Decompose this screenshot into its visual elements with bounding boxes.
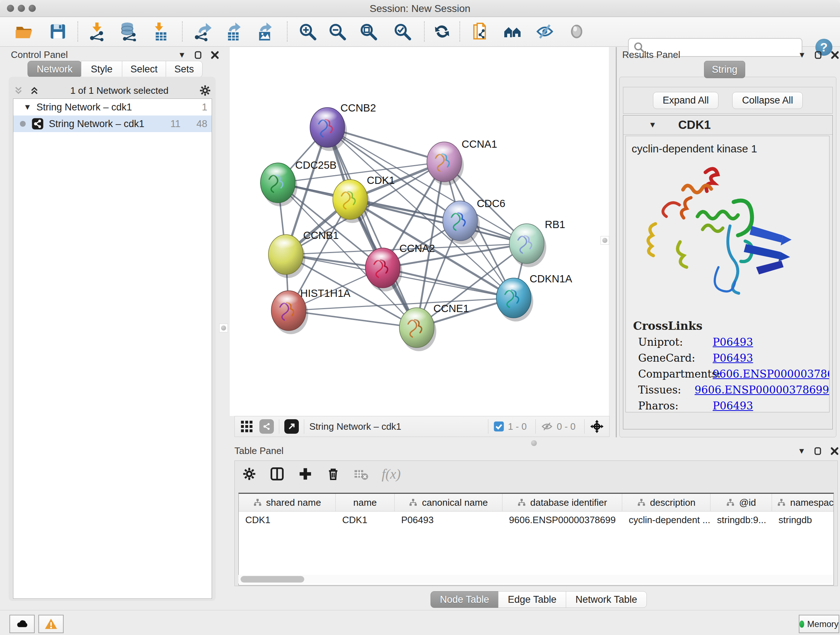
tab-sets[interactable]: Sets: [166, 61, 202, 78]
table-cell[interactable]: CDK1: [336, 515, 395, 526]
show-columns-icon[interactable]: [270, 466, 285, 481]
expand-all-button[interactable]: Expand All: [653, 92, 719, 109]
network-collection-row[interactable]: ▼ String Network – cdk1 1: [13, 99, 212, 116]
delete-column-icon[interactable]: [326, 467, 340, 481]
table-panel-title: Table Panel: [234, 445, 284, 456]
export-table-button[interactable]: [222, 20, 245, 43]
collection-label: String Network – cdk1: [36, 102, 202, 113]
zoom-selected-button[interactable]: [391, 20, 414, 43]
tab-network[interactable]: Network: [27, 61, 82, 78]
expand-all-chevron-icon[interactable]: [29, 85, 40, 96]
right-splitter[interactable]: [616, 47, 617, 437]
table-cell[interactable]: cyclin-dependent ...: [622, 515, 711, 526]
crosslink-tissues-link[interactable]: 9606.ENSP00000378699: [695, 384, 829, 396]
crosslink-uniprot-link[interactable]: P06493: [713, 336, 753, 348]
save-session-button[interactable]: [46, 20, 69, 43]
table-toolbar: f(x): [242, 466, 401, 482]
column-header-canonical-name[interactable]: canonical name: [395, 494, 502, 511]
network-node-CCNE1[interactable]: [399, 308, 436, 351]
network-node-CCNB2[interactable]: [310, 108, 347, 151]
collection-disclosure-icon[interactable]: ▼: [24, 103, 32, 111]
table-cell[interactable]: P06493: [395, 515, 502, 526]
crosslink-pharos-link[interactable]: P06493: [713, 400, 753, 412]
table-cell[interactable]: 9606.ENSP00000378699: [502, 515, 622, 526]
network-node-CCNA1[interactable]: [427, 142, 464, 185]
show-graphics-details-button[interactable]: [565, 20, 588, 43]
cloud-status-button[interactable]: [9, 615, 35, 633]
import-table-icon: [151, 22, 171, 41]
table-horizontal-scrollbar[interactable]: [238, 575, 833, 584]
network-node-RB1[interactable]: [509, 224, 546, 267]
gene-section-header[interactable]: ▼ CDK1: [623, 116, 832, 135]
float-panel-icon[interactable]: [813, 447, 822, 455]
tab-style[interactable]: Style: [81, 61, 122, 78]
tab-string[interactable]: String: [704, 61, 745, 78]
panel-menu-icon[interactable]: ▼: [798, 447, 806, 455]
panel-menu-icon[interactable]: ▼: [798, 51, 806, 59]
warnings-button[interactable]: [38, 615, 64, 633]
network-node-CDK1[interactable]: [333, 180, 370, 223]
collapse-all-button[interactable]: Collapse All: [732, 92, 803, 109]
zoom-fit-button[interactable]: [357, 20, 380, 43]
open-session-button[interactable]: [12, 20, 35, 43]
tab-select[interactable]: Select: [122, 61, 166, 78]
zoom-out-button[interactable]: [325, 20, 349, 43]
pan-crosshair-icon[interactable]: [590, 419, 604, 434]
close-panel-icon[interactable]: [830, 447, 839, 455]
float-panel-icon[interactable]: [194, 51, 202, 59]
export-image-button[interactable]: [253, 20, 276, 43]
grid-view-icon[interactable]: [240, 420, 254, 433]
column-header-namespace[interactable]: namespace: [772, 494, 834, 511]
import-table-button[interactable]: [149, 20, 172, 43]
panel-menu-icon[interactable]: ▼: [178, 51, 186, 59]
import-network-button[interactable]: [85, 20, 109, 43]
column-header-database-identifier[interactable]: database identifier: [502, 494, 622, 511]
import-from-database-button[interactable]: [117, 20, 140, 43]
float-panel-icon[interactable]: [814, 51, 823, 59]
column-header-name[interactable]: name: [336, 494, 395, 511]
toolbar-divider: [182, 21, 183, 42]
close-panel-icon[interactable]: [210, 51, 219, 59]
scrollbar-thumb[interactable]: [240, 576, 304, 583]
add-column-icon[interactable]: [298, 466, 313, 481]
close-panel-icon[interactable]: [831, 51, 839, 59]
table-cell[interactable]: stringdb:9...: [711, 515, 772, 526]
table-cell[interactable]: CDK1: [239, 515, 336, 526]
application-window: Session: New Session: [0, 0, 840, 635]
collapse-all-chevron-icon[interactable]: [13, 85, 24, 96]
table-panel-window-controls: ▼: [798, 447, 839, 455]
clone-network-button[interactable]: [469, 20, 492, 43]
memory-button[interactable]: Memory: [799, 615, 839, 633]
node-label-CCNA1: CCNA1: [462, 138, 497, 150]
crosslink-genecard-link[interactable]: P06493: [713, 352, 753, 364]
network-share-view-icon[interactable]: [259, 419, 274, 434]
column-header-shared-name[interactable]: shared name: [239, 494, 336, 511]
network-node-CDC25B[interactable]: [261, 163, 297, 206]
tab-edge-table[interactable]: Edge Table: [498, 591, 566, 608]
refresh-view-button[interactable]: [431, 20, 454, 43]
column-header-description[interactable]: description: [622, 494, 711, 511]
network-row[interactable]: String Network – cdk1 11 48: [13, 116, 212, 132]
export-network-button[interactable]: [191, 20, 214, 43]
tab-node-table[interactable]: Node Table: [431, 591, 499, 608]
selected-checkbox-icon[interactable]: [493, 421, 504, 432]
tab-network-table[interactable]: Network Table: [566, 591, 647, 608]
string-home-button[interactable]: [501, 20, 524, 43]
table-cell[interactable]: stringdb: [772, 515, 834, 526]
crosslink-compartments-link[interactable]: 9606.ENSP00000378699: [713, 368, 829, 380]
gear-icon[interactable]: [199, 84, 211, 97]
network-node-CDKN1A[interactable]: [496, 278, 533, 321]
refresh-icon: [433, 22, 452, 41]
column-header--id[interactable]: @id: [711, 494, 772, 511]
network-canvas[interactable]: CCNB2CCNA1CDC25BCDK1CDC6RB1CCNB1CCNA2CDK…: [230, 47, 609, 416]
table-gear-icon[interactable]: [242, 467, 256, 481]
hide-graphics-details-button[interactable]: [533, 20, 556, 43]
gene-disclosure-icon[interactable]: ▼: [649, 121, 657, 129]
network-node-CCNA2[interactable]: [365, 248, 402, 291]
network-edge-CCNA2-CDKN1A[interactable]: [383, 268, 514, 298]
detach-view-icon[interactable]: [284, 419, 299, 434]
right-splitter-handle[interactable]: [600, 236, 609, 245]
table-row[interactable]: CDK1CDK1P064939606.ENSP00000378699cyclin…: [239, 511, 834, 528]
zoom-in-button[interactable]: [296, 20, 319, 43]
left-splitter-handle[interactable]: [219, 324, 228, 333]
